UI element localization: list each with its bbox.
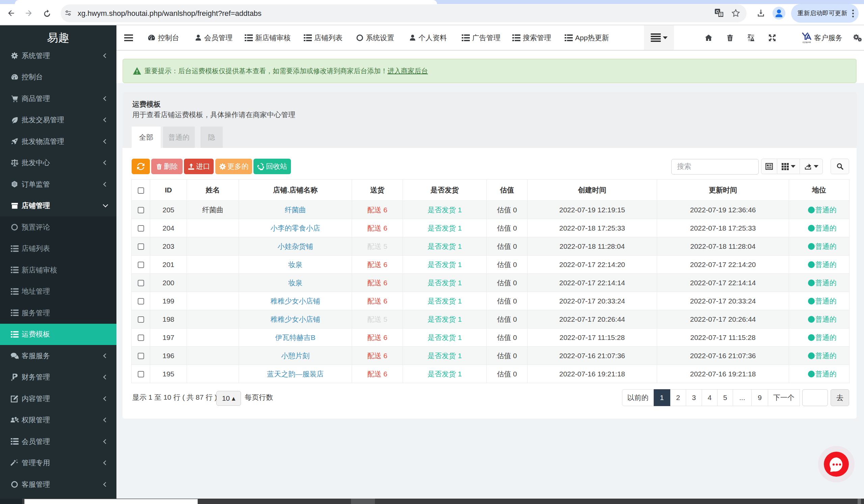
- svg-text:文: 文: [719, 12, 722, 16]
- svg-text:优选服科网: 优选服科网: [803, 41, 811, 44]
